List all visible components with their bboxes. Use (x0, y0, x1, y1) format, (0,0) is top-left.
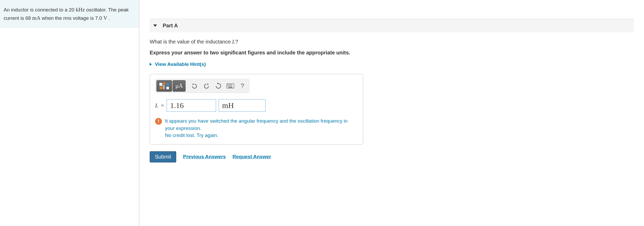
keyboard-button[interactable] (225, 80, 236, 92)
instruction-text: Express your answer to two significant f… (150, 50, 634, 56)
undo-button[interactable] (189, 80, 200, 92)
value-input[interactable] (167, 99, 216, 112)
svg-rect-14 (230, 86, 231, 86)
voltage-unit: V (103, 15, 107, 21)
submit-button[interactable]: Submit (150, 151, 176, 162)
left-pane: An inductor is connected to a 20 kHz osc… (0, 0, 139, 226)
svg-rect-8 (228, 84, 228, 85)
equation-toolbar: µÅ ? (155, 79, 249, 93)
feedback-line2: No credit lost. Try again. (165, 133, 218, 138)
view-hints-toggle[interactable]: View Available Hint(s) (150, 61, 634, 67)
question-after: ? (235, 39, 238, 45)
unit-input[interactable] (219, 99, 266, 112)
caret-right-icon (150, 63, 152, 66)
warning-icon: ! (155, 118, 162, 125)
svg-rect-10 (230, 84, 231, 85)
right-pane: Part A What is the value of the inductan… (139, 0, 644, 226)
freq-unit: kHz (76, 7, 85, 13)
caret-down-icon (153, 24, 157, 27)
question-before: What is the value of the inductance (150, 39, 232, 45)
svg-rect-1 (160, 87, 162, 89)
templates-button[interactable] (156, 80, 172, 92)
feedback-message: ! It appears you have switched the angul… (155, 117, 358, 139)
answer-input-row: L = (155, 99, 358, 112)
action-row: Submit Previous Answers Request Answer (150, 151, 634, 162)
hints-label: View Available Hint(s) (155, 61, 206, 67)
answer-prefix: L = (155, 102, 164, 109)
question-variable: L (232, 39, 235, 45)
problem-text-4: . (107, 15, 110, 21)
redo-button[interactable] (201, 80, 212, 92)
svg-rect-5 (166, 83, 169, 86)
part-title: Part A (163, 23, 178, 29)
part-header-wrap: Part A (150, 19, 634, 32)
svg-rect-0 (160, 83, 162, 86)
svg-rect-12 (228, 86, 228, 86)
svg-rect-13 (229, 86, 230, 86)
feedback-line1: It appears you have switched the angular… (165, 118, 348, 131)
answer-box: µÅ ? L = (150, 74, 363, 145)
svg-rect-16 (228, 87, 232, 88)
part-a-header[interactable]: Part A (150, 19, 634, 32)
help-label: ? (241, 82, 244, 90)
svg-rect-9 (229, 84, 230, 85)
problem-statement: An inductor is connected to a 20 kHz osc… (0, 0, 139, 28)
answer-eq: = (159, 102, 164, 109)
feedback-text: It appears you have switched the angular… (165, 117, 358, 139)
svg-rect-15 (231, 86, 232, 86)
svg-rect-3 (163, 85, 163, 89)
request-answer-link[interactable]: Request Answer (232, 154, 271, 160)
svg-rect-11 (231, 84, 232, 85)
problem-text-3: when the rms voltage is 7.0 (40, 15, 103, 21)
previous-answers-link[interactable]: Previous Answers (183, 154, 226, 160)
svg-rect-4 (164, 85, 165, 89)
help-button[interactable]: ? (237, 80, 248, 92)
svg-rect-6 (166, 87, 169, 89)
reset-button[interactable] (213, 80, 224, 92)
answer-var: L (155, 102, 158, 109)
units-button[interactable]: µÅ (173, 80, 186, 92)
part-body: What is the value of the inductance L? E… (150, 32, 634, 162)
svg-rect-2 (163, 83, 165, 85)
current-unit: mA (32, 15, 41, 21)
problem-text-1: An inductor is connected to a 20 (4, 7, 76, 12)
units-button-label: µÅ (175, 83, 183, 89)
question-text: What is the value of the inductance L? (150, 39, 634, 45)
